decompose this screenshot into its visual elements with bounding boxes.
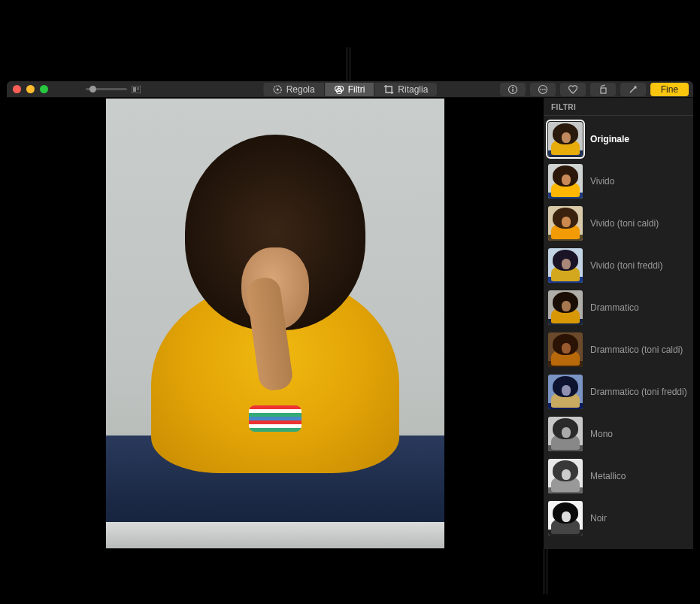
- filter-thumbnail: [548, 122, 583, 156]
- svg-rect-1: [133, 87, 136, 92]
- filter-label: Vivido: [590, 176, 614, 187]
- filter-item-dramatic-cool[interactable]: Drammatico (toni freddi): [548, 375, 689, 409]
- filter-thumbnail: [548, 290, 583, 325]
- svg-point-13: [540, 89, 541, 90]
- crop-icon: [383, 84, 394, 95]
- photo-preview: [106, 99, 444, 548]
- more-button[interactable]: [530, 83, 556, 96]
- svg-point-14: [542, 89, 544, 90]
- svg-point-5: [276, 88, 278, 90]
- photos-edit-window: Regola Filtri Ritaglia: [7, 81, 693, 549]
- thumbnails-icon: [132, 86, 141, 93]
- magic-wand-icon: [628, 84, 638, 95]
- more-icon: [538, 84, 548, 95]
- edit-mode-segmented-control: Regola Filtri Ritaglia: [263, 83, 438, 96]
- favorite-button[interactable]: [560, 83, 586, 96]
- done-button[interactable]: Fine: [650, 83, 689, 96]
- filter-item-mono[interactable]: Mono: [548, 417, 689, 451]
- rotate-button[interactable]: [590, 83, 616, 96]
- info-button[interactable]: [500, 83, 526, 96]
- rotate-icon: [598, 84, 608, 95]
- heart-icon: [568, 84, 578, 95]
- filter-label: Drammatico (toni caldi): [590, 344, 683, 355]
- editor-content: FILTRI Originale Vivido Vivido (toni cal…: [7, 98, 693, 549]
- filter-thumbnail: [548, 206, 583, 241]
- filter-label: Drammatico: [590, 302, 639, 313]
- filter-item-noir[interactable]: Noir: [548, 501, 689, 536]
- filter-thumbnail: [548, 248, 583, 283]
- filter-item-original[interactable]: Originale: [548, 122, 689, 156]
- fullscreen-window-button[interactable]: [40, 85, 48, 93]
- filter-thumbnail: [548, 164, 583, 199]
- zoom-slider[interactable]: [86, 86, 141, 93]
- filter-thumbnail: [548, 417, 583, 451]
- svg-rect-16: [601, 88, 606, 93]
- zoom-slider-thumb[interactable]: [89, 86, 96, 93]
- adjust-tab-label: Regola: [286, 84, 315, 95]
- window-titlebar: Regola Filtri Ritaglia: [7, 81, 693, 98]
- crop-tab[interactable]: Ritaglia: [374, 83, 437, 96]
- filter-item-vivid[interactable]: Vivido: [548, 164, 689, 199]
- filter-item-vivid-cool[interactable]: Vivido (toni freddi): [548, 248, 689, 283]
- filters-panel: FILTRI Originale Vivido Vivido (toni cal…: [543, 98, 693, 549]
- filter-item-silvertone[interactable]: Metallico: [548, 459, 689, 493]
- filter-label: Mono: [590, 429, 613, 439]
- auto-enhance-button[interactable]: [620, 83, 646, 96]
- svg-point-10: [512, 87, 514, 88]
- main-photo-viewport[interactable]: [7, 98, 543, 549]
- filter-item-dramatic-warm[interactable]: Drammatico (toni caldi): [548, 332, 689, 367]
- filter-label: Originale: [590, 134, 629, 144]
- minimize-window-button[interactable]: [26, 85, 35, 93]
- filter-thumbnail: [548, 501, 583, 536]
- filters-icon: [334, 84, 344, 95]
- close-window-button[interactable]: [13, 85, 21, 93]
- filter-label: Vivido (toni freddi): [590, 260, 663, 271]
- filters-panel-header: FILTRI: [544, 98, 693, 116]
- filter-label: Drammatico (toni freddi): [590, 387, 687, 397]
- filter-label: Metallico: [590, 471, 626, 481]
- filters-tab[interactable]: Filtri: [325, 83, 375, 96]
- toolbar-right-group: Fine: [500, 83, 689, 96]
- svg-rect-11: [512, 89, 513, 92]
- svg-point-15: [544, 89, 546, 90]
- filter-item-vivid-warm[interactable]: Vivido (toni caldi): [548, 206, 689, 241]
- filter-list: Originale Vivido Vivido (toni caldi) Viv…: [544, 116, 693, 542]
- filter-label: Vivido (toni caldi): [590, 218, 659, 229]
- zoom-slider-track[interactable]: [86, 88, 127, 90]
- filter-label: Noir: [590, 513, 607, 524]
- filter-thumbnail: [548, 332, 583, 367]
- adjust-icon: [272, 84, 283, 95]
- adjust-tab[interactable]: Regola: [263, 83, 325, 96]
- filters-tab-label: Filtri: [348, 84, 365, 95]
- filter-thumbnail: [548, 459, 583, 493]
- traffic-lights: [13, 85, 48, 93]
- done-button-label: Fine: [661, 84, 678, 95]
- callout-line-top: [347, 47, 350, 83]
- info-icon: [508, 84, 518, 95]
- filter-thumbnail: [548, 375, 583, 409]
- callout-line-bottom: [544, 549, 547, 594]
- crop-tab-label: Ritaglia: [398, 84, 428, 95]
- filter-item-dramatic[interactable]: Drammatico: [548, 290, 689, 325]
